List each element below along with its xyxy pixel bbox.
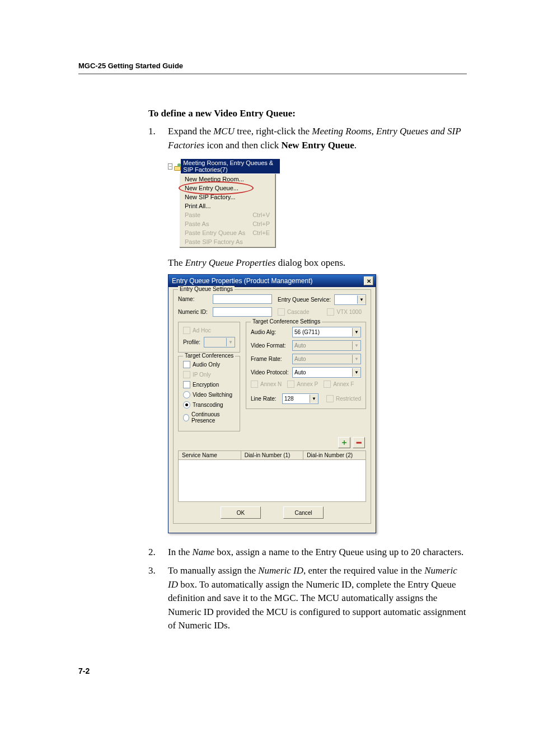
- ctx-new-entry-queue[interactable]: New Entry Queue...: [180, 184, 274, 192]
- step-3-number: 3.: [148, 564, 168, 633]
- eq-service-label: Entry Queue Service:: [278, 297, 331, 303]
- remove-button[interactable]: ━: [353, 437, 365, 448]
- radio-icon: [183, 391, 190, 398]
- chk-label: Audio Only: [193, 361, 220, 368]
- sel-value: Auto: [294, 369, 306, 375]
- sel-value: Auto: [294, 356, 306, 362]
- txt: The: [168, 257, 185, 268]
- ctx-label: New SIP Factory...: [185, 194, 236, 200]
- sel-value: Auto: [294, 342, 306, 349]
- rad-label: Video Switching: [193, 392, 232, 398]
- ctx-shortcut: Ctrl+V: [252, 212, 270, 218]
- ctx-paste: PasteCtrl+V: [180, 210, 274, 219]
- txt: box. To automatically assign the Numeric…: [168, 579, 466, 631]
- ctx-paste-sip-as: Paste SIP Factory As: [180, 237, 274, 246]
- group-entry-queue-settings: Entry Queue Settings Name: Numeric ID:: [173, 289, 371, 524]
- video-protocol-select[interactable]: Auto▼: [292, 367, 361, 378]
- em: Numeric ID: [258, 565, 303, 576]
- chevron-down-icon: ▼: [352, 341, 360, 350]
- ok-button[interactable]: OK: [221, 506, 261, 519]
- chk-label: Annex F: [333, 381, 354, 387]
- checkbox-icon: [183, 371, 190, 378]
- figure-context-menu: − Meeting Rooms, Entry Queues & SIP Fact…: [168, 159, 467, 247]
- ctx-label: Print All...: [185, 203, 210, 209]
- cancel-button[interactable]: Cancel: [283, 506, 324, 519]
- audio-only-checkbox[interactable]: Audio Only: [183, 361, 235, 368]
- checkbox-icon: [326, 395, 334, 402]
- encryption-checkbox[interactable]: Encryption: [183, 381, 235, 388]
- txt: .: [354, 140, 357, 151]
- ctx-print-all[interactable]: Print All...: [180, 201, 274, 210]
- step-2-number: 2.: [148, 546, 168, 560]
- chk-label: Ad Hoc: [193, 327, 211, 334]
- audio-alg-select[interactable]: 56 (G711)▼: [292, 327, 361, 337]
- txt: icon and then click: [204, 140, 281, 151]
- radio-icon: [183, 401, 190, 408]
- context-menu: New Meeting Room... New Entry Queue... N…: [179, 173, 275, 247]
- chevron-down-icon: ▼: [310, 395, 318, 403]
- ctx-label: Paste: [185, 212, 200, 218]
- col-dialin-2: Dial-in Number (2): [303, 451, 366, 459]
- bold-cmd: New Entry Queue: [282, 140, 354, 151]
- dialin-table[interactable]: Service Name Dial-in Number (1) Dial-in …: [178, 450, 366, 502]
- annex-p-checkbox: Annex P: [287, 381, 318, 388]
- profile-select: ▼: [204, 337, 235, 348]
- radio-icon: [183, 414, 189, 421]
- section-heading: To define a new Video Entry Queue:: [148, 108, 467, 119]
- ctx-shortcut: Ctrl+P: [252, 220, 270, 227]
- dialog-titlebar: Entry Queue Properties (Product Manageme…: [168, 275, 376, 287]
- txt: box, assign a name to the Entry Queue us…: [214, 547, 463, 557]
- group-title: Entry Queue Settings: [178, 286, 235, 292]
- numeric-id-input[interactable]: [213, 307, 272, 317]
- annex-n-checkbox: Annex N: [251, 381, 282, 388]
- chevron-down-icon: ▼: [357, 295, 366, 304]
- group-target-settings: Target Conference Settings Audio Alg:56 …: [246, 322, 366, 409]
- audio-alg-label: Audio Alg:: [251, 329, 289, 335]
- add-button[interactable]: ＋: [338, 437, 350, 448]
- frame-rate-label: Frame Rate:: [251, 356, 289, 362]
- chevron-down-icon: ▼: [352, 368, 360, 377]
- line-rate-select[interactable]: 128▼: [282, 393, 318, 404]
- checkbox-icon: [287, 381, 294, 388]
- close-button[interactable]: ✕: [364, 276, 373, 285]
- chevron-down-icon: ▼: [352, 328, 360, 336]
- transcoding-radio[interactable]: Transcoding: [183, 401, 235, 408]
- checkbox-icon: [327, 308, 334, 316]
- txt: , enter the required value in the: [303, 565, 424, 576]
- checkbox-icon: [251, 381, 258, 388]
- step-2: 2. In the Name box, assign a name to the…: [148, 546, 467, 560]
- txt: dialog box opens.: [275, 257, 345, 268]
- figure-1-caption: The Entry Queue Properties dialog box op…: [168, 257, 467, 269]
- step-3-text: To manually assign the Numeric ID, enter…: [168, 564, 467, 633]
- continuous-presence-radio[interactable]: Continuous Presence: [183, 411, 235, 424]
- tree-node-label: Meeting Rooms, Entry Queues & SIP Factor…: [181, 159, 280, 173]
- checkbox-icon: [183, 361, 190, 368]
- tree-collapse-icon[interactable]: −: [168, 163, 172, 170]
- eq-service-select[interactable]: ▼: [334, 294, 366, 305]
- ctx-label: Paste Entry Queue As: [185, 229, 245, 236]
- tree-node[interactable]: − Meeting Rooms, Entry Queues & SIP Fact…: [168, 159, 280, 173]
- vtx1000-checkbox: VTX 1000: [327, 308, 361, 316]
- folder-people-icon: [174, 162, 180, 170]
- em: Name: [192, 547, 214, 557]
- rad-label: Transcoding: [193, 402, 223, 408]
- step-1: 1. Expand the MCU tree, right-click the …: [148, 125, 467, 152]
- col-service-name: Service Name: [179, 451, 241, 459]
- em-mcu: MCU: [213, 126, 235, 137]
- ctx-paste-eq-as: Paste Entry Queue AsCtrl+E: [180, 228, 274, 237]
- ctx-label: Paste SIP Factory As: [185, 238, 243, 245]
- adhoc-checkbox: Ad Hoc: [183, 327, 235, 334]
- line-rate-label: Line Rate:: [251, 396, 279, 402]
- video-format-select: Auto▼: [292, 340, 361, 351]
- page-header: MGC-25 Getting Started Guide: [78, 62, 467, 74]
- page-number: 7-2: [78, 666, 467, 675]
- col-dialin-1: Dial-in Number (1): [241, 451, 304, 459]
- group-adhoc: Ad Hoc Profile: ▼: [178, 322, 240, 353]
- video-format-label: Video Format:: [251, 342, 289, 349]
- annex-f-checkbox: Annex F: [324, 381, 354, 388]
- video-protocol-label: Video Protocol:: [251, 369, 289, 375]
- entry-queue-dialog: Entry Queue Properties (Product Manageme…: [168, 274, 376, 533]
- name-input[interactable]: [213, 294, 272, 304]
- video-switching-radio[interactable]: Video Switching: [183, 391, 235, 398]
- checkbox-icon: [183, 327, 190, 334]
